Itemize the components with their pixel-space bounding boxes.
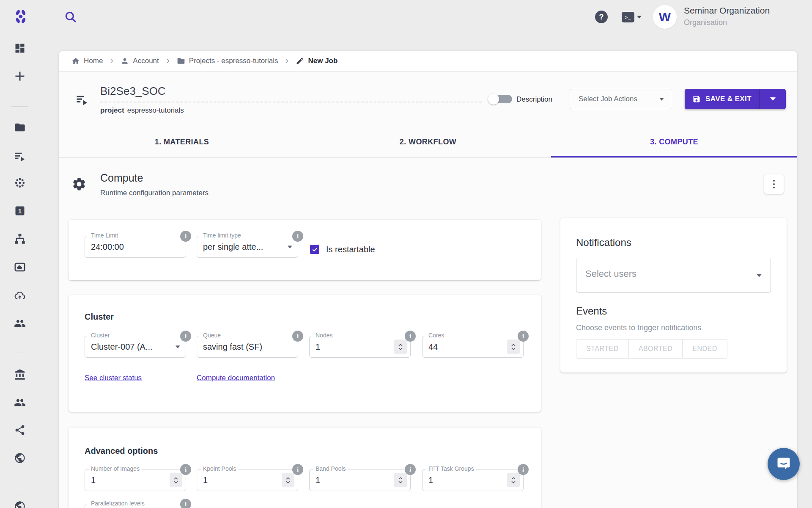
chevron-down-icon <box>637 16 642 19</box>
tab-materials[interactable]: 1. MATERIALS <box>59 126 305 157</box>
time-limit-field[interactable]: Time Limit 24:00:00 <box>85 236 186 258</box>
cluster-select[interactable]: Cluster Cluster-007 (A... <box>85 336 186 358</box>
time-limit-type-select[interactable]: Time limit type per single atte... <box>197 236 298 258</box>
sidebar-divider <box>11 490 28 490</box>
notifications-card: Notifications Select users Events Choose… <box>560 218 787 373</box>
number-of-images-stepper[interactable] <box>170 473 182 487</box>
nodes-stepper[interactable] <box>394 340 407 354</box>
parallelization-levels-field[interactable]: Parallelization levels <box>85 504 186 508</box>
cluster-status-link[interactable]: See cluster status <box>85 374 142 382</box>
fft-task-groups-stepper[interactable] <box>507 473 520 487</box>
event-aborted-button[interactable]: ABORTED <box>629 339 683 359</box>
kpoint-pools-field[interactable]: Kpoint Pools 1 <box>197 469 298 491</box>
info-icon[interactable] <box>518 464 529 475</box>
cluster-card-title: Cluster <box>85 312 114 322</box>
info-icon[interactable] <box>405 464 416 475</box>
tab-workflow[interactable]: 2. WORKFLOW <box>305 126 551 157</box>
info-icon[interactable] <box>405 331 416 342</box>
fft-task-groups-field[interactable]: FFT Task Groups 1 <box>422 469 524 491</box>
breadcrumb-new-job[interactable]: New Job <box>296 57 337 65</box>
queue-field[interactable]: Queue saving fast (SF) <box>197 336 298 358</box>
queue-value[interactable]: saving fast (SF) <box>203 336 262 357</box>
team-group-icon[interactable] <box>14 318 26 329</box>
kpoint-pools-stepper[interactable] <box>282 473 294 487</box>
step-tabs: 1. MATERIALS 2. WORKFLOW 3. COMPUTE <box>59 126 797 158</box>
jobs-list-icon[interactable] <box>14 150 26 162</box>
time-limit-value[interactable]: 24:00:00 <box>91 236 124 257</box>
fft-task-groups-label: FFT Task Groups <box>426 465 476 472</box>
dashboard-icon[interactable] <box>14 42 26 54</box>
breadcrumb-label: New Job <box>308 57 337 65</box>
compute-documentation-link[interactable]: Compute documentation <box>197 374 275 382</box>
save-exit-button[interactable]: SAVE & EXIT <box>685 89 759 109</box>
select-users-dropdown[interactable]: Select users <box>576 258 771 293</box>
event-button-group: STARTED ABORTED ENDED <box>576 339 727 359</box>
job-actions-placeholder: Select Job Actions <box>579 95 637 103</box>
info-icon[interactable] <box>518 331 529 342</box>
gear-icon <box>71 177 87 192</box>
cluster-value[interactable]: Cluster-007 (A... <box>91 336 153 357</box>
number-of-images-field[interactable]: Number of Images 1 <box>85 469 186 491</box>
bank-icon[interactable] <box>14 369 26 381</box>
image-cloud-icon[interactable] <box>14 261 26 273</box>
globe-bottom-icon[interactable] <box>14 500 26 508</box>
kpoint-pools-value[interactable]: 1 <box>203 469 208 491</box>
home-icon <box>71 57 80 65</box>
info-icon[interactable] <box>180 331 191 342</box>
title-edit-underline <box>100 102 482 102</box>
organization-group-icon[interactable] <box>14 397 26 409</box>
topbar: W Seminar Organization Organisation <box>0 0 812 36</box>
tab-compute[interactable]: 3. COMPUTE <box>551 126 797 157</box>
job-actions-select[interactable]: Select Job Actions <box>570 89 671 109</box>
workflow-tree-icon[interactable] <box>14 233 26 245</box>
item-one-icon[interactable] <box>14 205 26 217</box>
help-icon[interactable] <box>595 11 608 23</box>
is-restartable-checkbox[interactable] <box>310 245 319 254</box>
plus-icon[interactable] <box>14 70 26 82</box>
section-menu-button[interactable] <box>764 174 784 194</box>
description-toggle[interactable] <box>489 95 512 103</box>
event-ended-button[interactable]: ENDED <box>683 339 727 359</box>
info-icon[interactable] <box>180 231 191 242</box>
number-of-images-value[interactable]: 1 <box>91 469 96 491</box>
share-icon[interactable] <box>14 424 26 436</box>
search-icon[interactable] <box>64 11 77 23</box>
cores-stepper[interactable] <box>507 340 520 354</box>
info-icon[interactable] <box>180 499 191 508</box>
fft-task-groups-value[interactable]: 1 <box>428 469 433 491</box>
chat-launcher-button[interactable] <box>768 448 800 480</box>
dev-console-button[interactable] <box>622 12 642 22</box>
info-icon[interactable] <box>292 331 303 342</box>
materials-dots-icon[interactable] <box>14 177 26 189</box>
time-limit-type-value[interactable]: per single atte... <box>203 236 263 257</box>
breadcrumb-home[interactable]: Home <box>71 57 103 65</box>
job-title[interactable]: Bi2Se3_SOC <box>100 85 166 98</box>
info-icon[interactable] <box>292 464 303 475</box>
folder-icon[interactable] <box>14 121 26 133</box>
caret-down-icon <box>176 345 180 348</box>
breadcrumb-account[interactable]: Account <box>121 57 159 65</box>
chat-bubble-icon <box>775 456 792 472</box>
event-started-button[interactable]: STARTED <box>576 339 629 359</box>
band-pools-value[interactable]: 1 <box>315 469 320 491</box>
save-options-arrow-button[interactable] <box>759 89 786 109</box>
band-pools-field[interactable]: Band Pools 1 <box>309 469 411 491</box>
app-screen: W Seminar Organization Organisation <box>0 0 812 508</box>
cores-field[interactable]: Cores 44 <box>422 336 524 358</box>
info-icon[interactable] <box>292 231 303 242</box>
cores-value[interactable]: 44 <box>428 336 438 357</box>
breadcrumb-label: Home <box>84 57 103 65</box>
chevron-right-icon <box>283 58 290 64</box>
avatar[interactable]: W <box>653 5 677 29</box>
band-pools-stepper[interactable] <box>394 473 407 487</box>
globe-icon[interactable] <box>14 452 26 464</box>
info-icon[interactable] <box>180 464 191 475</box>
nodes-value[interactable]: 1 <box>315 336 320 357</box>
project-name: espresso-tutorials <box>127 106 184 114</box>
sidebar-divider <box>11 353 28 353</box>
job-menu-icon[interactable] <box>76 93 88 106</box>
cloud-upload-icon[interactable] <box>14 290 26 301</box>
nodes-field[interactable]: Nodes 1 <box>309 336 411 358</box>
breadcrumb-projects[interactable]: Projects - espresso-tutorials <box>177 57 278 65</box>
app-logo-icon[interactable] <box>13 8 29 25</box>
